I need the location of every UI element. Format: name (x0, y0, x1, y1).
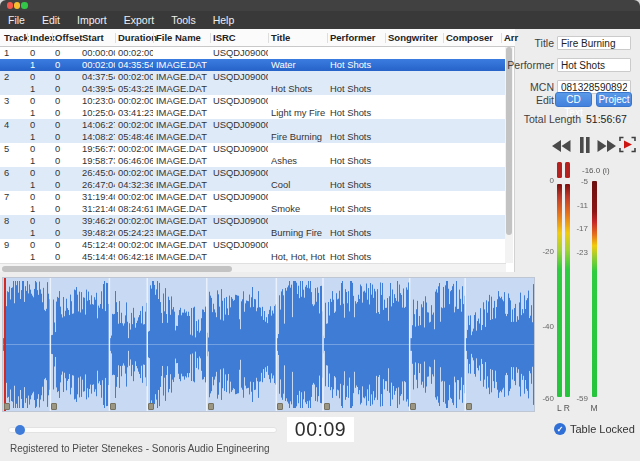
checkmark-icon: ✓ (554, 423, 566, 435)
table-row[interactable]: 1045:14:4906:42:18IMAGE.DATHot, Hot, Hot… (0, 251, 506, 263)
menu-item-file[interactable]: File (3, 11, 30, 29)
cell-title: Smoke (271, 203, 327, 215)
total-length-label: Total Length (521, 113, 581, 125)
waveform-canvas[interactable] (3, 278, 534, 411)
position-slider-thumb[interactable] (15, 425, 25, 435)
table-locked-label: Table Locked (570, 423, 635, 435)
meter-scale-label: -59 (568, 394, 588, 403)
cell-start: 04:37:54 (82, 71, 115, 83)
cell-duration: 05:43:25 (118, 83, 153, 95)
cell-file: IMAGE.DAT (156, 131, 210, 143)
table-row[interactable]: 20004:37:5400:02:00IMAGE.DATUSQDJ0900002 (0, 71, 506, 83)
table-row[interactable]: 1004:39:5405:43:25IMAGE.DATHot ShotsHot … (0, 83, 506, 95)
cell-title: Hot, Hot, Hot (271, 251, 327, 263)
column-header-title[interactable]: Title (271, 29, 290, 47)
menu-item-export[interactable]: Export (119, 11, 159, 29)
table-row[interactable]: 1010:25:0403:41:23IMAGE.DATLight my Fire… (0, 107, 506, 119)
table-row[interactable]: 1039:48:2605:24:23IMAGE.DATBurning FireH… (0, 227, 506, 239)
fast-forward-button[interactable] (596, 139, 616, 153)
table-row[interactable]: 1014:08:2705:48:46IMAGE.DATFire BurningH… (0, 131, 506, 143)
table-row[interactable]: 10000:00:0000:02:00USQDJ0900001 (0, 47, 506, 59)
track-marker-flag[interactable] (324, 403, 330, 410)
cell-duration: 00:02:00 (118, 143, 153, 155)
table-row[interactable]: 60026:45:0400:02:00IMAGE.DATUSQDJ0900006 (0, 167, 506, 179)
table-row[interactable]: 90045:12:4900:02:00IMAGE.DATUSQDJ0900009 (0, 239, 506, 251)
clip-indicator-right[interactable] (565, 162, 570, 178)
menu-item-edit[interactable]: Edit (37, 11, 65, 29)
cell-performer: Hot Shots (330, 251, 385, 263)
column-separator (27, 33, 28, 43)
pause-button[interactable] (579, 136, 591, 154)
loudness-meter (592, 181, 597, 397)
zoom-button[interactable] (21, 2, 28, 9)
meter-scale-label: -20 (534, 247, 554, 256)
track-marker-flag[interactable] (148, 403, 154, 410)
track-marker-flag[interactable] (466, 403, 472, 410)
cell-track: 2 (4, 71, 27, 83)
column-header-duration[interactable]: Duration (118, 29, 157, 47)
column-header-composer[interactable]: Composer (446, 29, 493, 47)
track-marker-flag[interactable] (110, 403, 116, 410)
track-marker-flag[interactable] (208, 403, 214, 410)
cell-isrc: USQDJ0900002 (213, 71, 268, 83)
performer-field[interactable] (557, 58, 631, 72)
time-display: 00:09 (287, 417, 354, 442)
close-button[interactable] (7, 2, 14, 9)
clip-indicator-left[interactable] (557, 162, 562, 178)
cell-offset: 0 (55, 107, 79, 119)
table-row[interactable]: 1031:21:4008:24:61IMAGE.DATSmokeHot Shot… (0, 203, 506, 215)
menu-item-help[interactable]: Help (208, 11, 240, 29)
meter-channel-m-label: M (589, 403, 599, 413)
title-field[interactable] (557, 36, 631, 50)
track-marker-flag[interactable] (4, 403, 10, 410)
play-selection-button[interactable] (619, 136, 636, 153)
cell-file: IMAGE.DAT (156, 95, 210, 107)
cell-isrc: USQDJ0900006 (213, 167, 268, 179)
cell-offset: 0 (55, 191, 79, 203)
cell-performer: Hot Shots (330, 131, 385, 143)
track-marker-flag[interactable] (410, 403, 416, 410)
cell-index: 0 (30, 47, 52, 59)
column-header-songwriter[interactable]: Songwriter (388, 29, 438, 47)
playhead-cursor[interactable] (4, 278, 6, 411)
table-row[interactable]: 80039:46:2600:02:00IMAGE.DATUSQDJ0900008 (0, 215, 506, 227)
minimize-button[interactable] (14, 2, 21, 9)
column-header-isrc[interactable]: ISRC (213, 29, 236, 47)
column-header-performer[interactable]: Performer (330, 29, 375, 47)
column-header-start[interactable]: Start (82, 29, 104, 47)
horizontal-scrollbar-thumb[interactable] (2, 266, 232, 272)
table-row[interactable]: 30010:23:0400:02:00IMAGE.DATUSQDJ0900003 (0, 95, 506, 107)
horizontal-scrollbar[interactable] (0, 263, 506, 272)
waveform-display[interactable] (2, 277, 535, 412)
position-slider[interactable] (8, 427, 277, 433)
table-header: TrackIndexOffsetStartDurationFile NameIS… (0, 29, 515, 47)
table-row[interactable]: 1000:02:0004:35:54IMAGE.DATWaterHot Shot… (0, 59, 506, 71)
table-locked-checkbox[interactable]: ✓ Table Locked (554, 423, 635, 435)
column-separator (443, 33, 444, 43)
cell-duration: 00:02:00 (118, 239, 153, 251)
cell-title: Burning Fire (271, 227, 327, 239)
table-row[interactable]: 70031:19:4000:02:00IMAGE.DATUSQDJ0900007 (0, 191, 506, 203)
cell-title: Light my Fire (271, 107, 327, 119)
table-row[interactable]: 40014:06:2700:02:00IMAGE.DATUSQDJ0900004 (0, 119, 506, 131)
cell-isrc: USQDJ0900009 (213, 239, 268, 251)
vertical-scrollbar-thumb[interactable] (506, 47, 512, 235)
menu-item-import[interactable]: Import (72, 11, 112, 29)
cell-isrc: USQDJ0900005 (213, 143, 268, 155)
cd-text-button[interactable]: CD Text (555, 92, 592, 107)
cell-performer: Hot Shots (330, 59, 385, 71)
rewind-button[interactable] (552, 139, 572, 153)
cell-start: 00:00:00 (82, 47, 115, 59)
cell-offset: 0 (55, 71, 79, 83)
table-row[interactable]: 1019:58:7306:46:06IMAGE.DATAshesHot Shot… (0, 155, 506, 167)
column-header-file-name[interactable]: File Name (156, 29, 201, 47)
menu-item-tools[interactable]: Tools (166, 11, 201, 29)
column-header-track[interactable]: Track (4, 29, 29, 47)
table-row[interactable]: 50019:56:7300:02:00IMAGE.DATUSQDJ0900005 (0, 143, 506, 155)
table-row[interactable]: 1026:47:0404:32:36IMAGE.DATCoolHot Shots (0, 179, 506, 191)
track-marker-flag[interactable] (277, 403, 283, 410)
track-marker-flag[interactable] (51, 403, 57, 410)
project-button[interactable]: Project (596, 92, 632, 107)
cell-offset: 0 (55, 239, 79, 251)
cell-index: 0 (30, 215, 52, 227)
